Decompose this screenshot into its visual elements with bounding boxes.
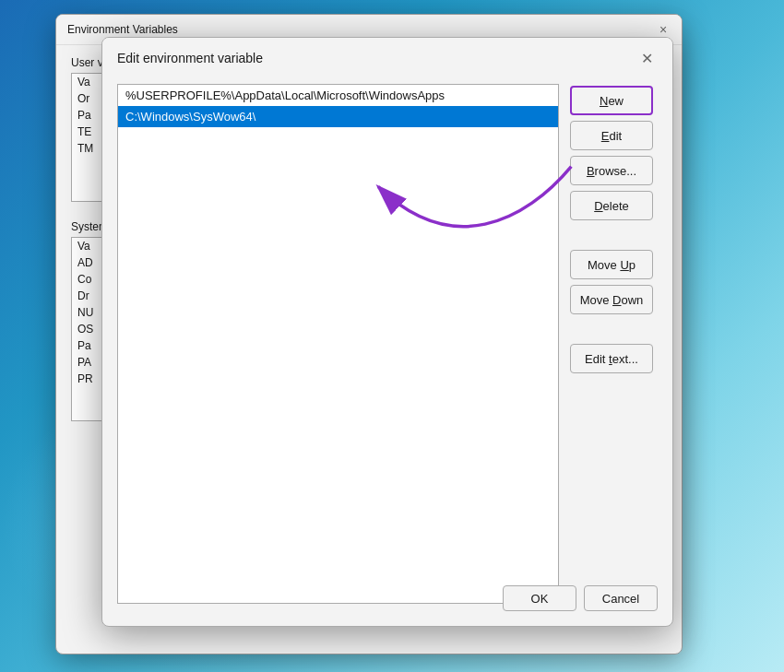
path-item[interactable]: %USERPROFILE%\AppData\Local\Microsoft\Wi… [118, 85, 558, 106]
path-item-selected[interactable]: C:\Windows\SysWow64\ [118, 106, 558, 127]
move-up-label: Move Up [588, 258, 636, 272]
env-dialog-title: Environment Variables [67, 23, 178, 36]
delete-button-label: Delete [594, 199, 629, 213]
browse-button-label: Browse... [587, 164, 636, 178]
path-list[interactable]: %USERPROFILE%\AppData\Local\Microsoft\Wi… [117, 84, 559, 604]
buttons-panel: New Edit Browse... Delete Move Up Move D… [570, 84, 658, 604]
edit-dialog-close-button[interactable]: ✕ [636, 47, 658, 69]
cancel-button[interactable]: Cancel [584, 585, 658, 611]
new-button[interactable]: New [570, 86, 653, 115]
cancel-label: Cancel [602, 592, 639, 606]
new-button-label: New [600, 94, 624, 108]
move-up-button[interactable]: Move Up [570, 250, 653, 279]
edit-dialog-titlebar: Edit environment variable ✕ [102, 38, 672, 77]
path-list-container: %USERPROFILE%\AppData\Local\Microsoft\Wi… [117, 84, 559, 604]
edit-dialog-body: %USERPROFILE%\AppData\Local\Microsoft\Wi… [102, 77, 672, 619]
close-icon: ✕ [641, 50, 653, 67]
edit-button-label: Edit [601, 129, 622, 143]
edit-dialog-title: Edit environment variable [117, 51, 263, 65]
ok-button[interactable]: OK [503, 585, 576, 611]
bottom-buttons: OK Cancel [503, 585, 658, 611]
ok-label: OK [531, 592, 549, 606]
move-down-label: Move Down [580, 293, 644, 307]
env-dialog-close-icon[interactable]: × [656, 22, 671, 37]
delete-button[interactable]: Delete [570, 191, 653, 220]
edit-button[interactable]: Edit [570, 121, 653, 150]
browse-button[interactable]: Browse... [570, 156, 653, 185]
move-down-button[interactable]: Move Down [570, 285, 653, 314]
edit-text-label: Edit text... [585, 352, 638, 366]
edit-text-button[interactable]: Edit text... [570, 344, 653, 373]
edit-env-variable-dialog: Edit environment variable ✕ %USERPROFILE… [101, 37, 673, 627]
